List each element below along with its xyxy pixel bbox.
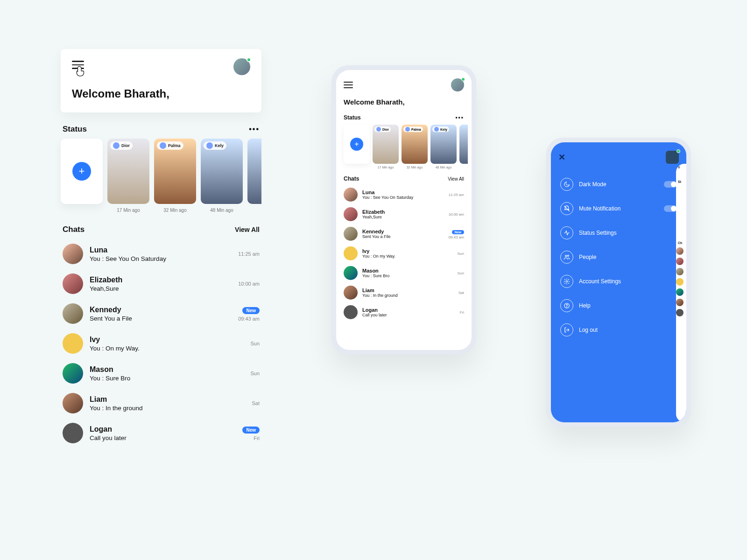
drawer-item-status-settings[interactable]: Status Settings	[560, 221, 677, 245]
toggle-switch[interactable]	[664, 205, 677, 212]
chat-preview: Yeah,Sure	[362, 215, 444, 219]
online-dot-icon	[677, 149, 680, 153]
chat-time: 11:25 am	[238, 251, 260, 257]
status-heading: Status	[63, 125, 87, 134]
status-chip: Kely	[204, 141, 226, 150]
drawer-label: People	[579, 254, 677, 260]
peek-avatar	[676, 288, 684, 296]
svg-point-0	[565, 255, 567, 257]
chat-name: Liam	[362, 287, 454, 293]
chat-time: Sun	[458, 271, 464, 275]
chat-preview: You : On my Way.	[90, 345, 244, 352]
chat-row[interactable]: IvyYou : On my Way.Sun	[344, 244, 464, 263]
status-more-icon[interactable]: •••	[455, 114, 464, 121]
status-time: 17 Min ago	[117, 208, 140, 213]
hamburger-icon[interactable]	[72, 58, 84, 71]
chat-name: Luna	[362, 189, 444, 195]
status-card[interactable]: Dior	[373, 125, 399, 164]
chat-preview: You : In the ground	[90, 405, 245, 412]
drawer-menu: Dark Mode Mute Notification Status Setti…	[551, 168, 686, 346]
chat-preview: You : On my Way.	[362, 254, 453, 259]
status-more-icon[interactable]: •••	[249, 125, 260, 133]
chats-viewall-link[interactable]: View All	[448, 176, 464, 182]
chat-avatar	[63, 303, 83, 324]
status-card[interactable]: Palma	[402, 125, 428, 164]
drawer-item-logout[interactable]: Log out	[560, 318, 677, 342]
chat-name: Kennedy	[90, 306, 232, 314]
bell-off-icon	[560, 202, 573, 215]
chat-name: Logan	[90, 425, 236, 434]
chat-row[interactable]: KennedySent You a FileNew09:43 am	[63, 299, 260, 329]
chat-row[interactable]: LiamYou : In the groundSat	[344, 283, 464, 302]
chat-row[interactable]: MasonYou : Sure BroSun	[63, 358, 260, 388]
help-icon	[560, 299, 573, 312]
peek-text: V	[676, 164, 686, 169]
chat-name: Ivy	[90, 336, 244, 344]
chat-time: 10:00 am	[238, 281, 260, 287]
hamburger-icon[interactable]	[344, 80, 353, 90]
chats-viewall-link[interactable]: View All	[235, 226, 260, 233]
drawer-item-help[interactable]: Help	[560, 294, 677, 318]
peek-avatar	[676, 268, 684, 275]
status-card-peek[interactable]	[459, 125, 468, 164]
chat-row[interactable]: LoganCall you laterNewFri	[63, 418, 260, 448]
chat-avatar	[344, 286, 358, 300]
chat-row[interactable]: IvyYou : On my Way.Sun	[63, 329, 260, 358]
drawer-label: Mute Notification	[579, 205, 658, 212]
logout-icon	[560, 323, 573, 336]
chat-preview: You : Sure Bro	[362, 273, 453, 278]
plus-icon[interactable]: +	[72, 162, 91, 181]
toggle-switch[interactable]	[664, 181, 677, 188]
chats-heading: Chats	[63, 225, 85, 234]
drawer-item-account-settings[interactable]: Account Settings	[560, 269, 677, 294]
status-row: + Dior 17 Min ago Palma 32 Min ago Kely …	[61, 139, 261, 213]
chat-row[interactable]: KennedySent You a FileNew09:43 am	[344, 224, 464, 244]
status-add-card[interactable]: +	[344, 125, 370, 164]
status-add-card[interactable]: +	[61, 139, 103, 204]
chats-heading: Chats	[344, 175, 359, 182]
gear-icon	[560, 275, 573, 288]
chat-avatar	[344, 305, 358, 319]
status-chip: Palma	[403, 126, 423, 132]
chat-name: Kennedy	[362, 229, 444, 234]
peek-avatar	[676, 247, 684, 255]
chat-time: Sat	[252, 400, 260, 406]
people-icon	[560, 251, 573, 264]
chat-preview: You : See You On Saturday	[362, 195, 444, 200]
status-card[interactable]: Palma	[154, 139, 196, 204]
drawer-item-mute[interactable]: Mute Notification	[560, 196, 677, 221]
screen-home-phone: Welcome Bharath, Status••• + Dior17 Min …	[331, 65, 476, 355]
new-badge: New	[452, 230, 464, 234]
status-card[interactable]: Dior	[107, 139, 149, 204]
chat-row[interactable]: LunaYou : See You On Saturday11:25 am	[63, 239, 260, 269]
status-card[interactable]: Kely	[430, 125, 457, 164]
profile-avatar[interactable]	[451, 78, 464, 91]
screen-home-large: Welcome Bharath, Status ••• + Dior 17 Mi…	[61, 49, 261, 448]
chat-row[interactable]: MasonYou : Sure BroSun	[344, 263, 464, 283]
profile-avatar[interactable]	[666, 151, 679, 164]
pointer-cursor-icon	[75, 65, 87, 79]
drawer-item-dark-mode[interactable]: Dark Mode	[560, 172, 677, 196]
chat-row[interactable]: LoganCall you laterFri	[344, 302, 464, 322]
chat-row[interactable]: LunaYou : See You On Saturday11:25 am	[344, 185, 464, 204]
header-card: Welcome Bharath,	[61, 49, 261, 112]
close-icon[interactable]: ✕	[558, 152, 565, 162]
profile-avatar[interactable]	[233, 58, 250, 75]
chat-row[interactable]: ElizabethYeah,Sure10:00 am	[344, 204, 464, 224]
new-badge: New	[242, 427, 260, 434]
chat-row[interactable]: LiamYou : In the groundSat	[63, 388, 260, 418]
welcome-title: Welcome Bharath,	[344, 98, 464, 106]
status-card-peek[interactable]	[247, 139, 261, 204]
chat-name: Luna	[90, 246, 232, 254]
plus-icon[interactable]: +	[350, 138, 363, 151]
chat-row[interactable]: ElizabethYeah,Sure10:00 am	[63, 269, 260, 299]
chat-name: Mason	[362, 268, 453, 273]
svg-point-2	[566, 280, 568, 282]
drawer-item-people[interactable]: People	[560, 245, 677, 269]
chat-preview: Call you later	[362, 313, 455, 317]
peek-text: St	[676, 178, 686, 183]
status-card[interactable]: Kely	[201, 139, 243, 204]
svg-point-1	[567, 255, 569, 257]
chat-avatar	[63, 244, 83, 264]
chat-name: Elizabeth	[90, 276, 232, 284]
